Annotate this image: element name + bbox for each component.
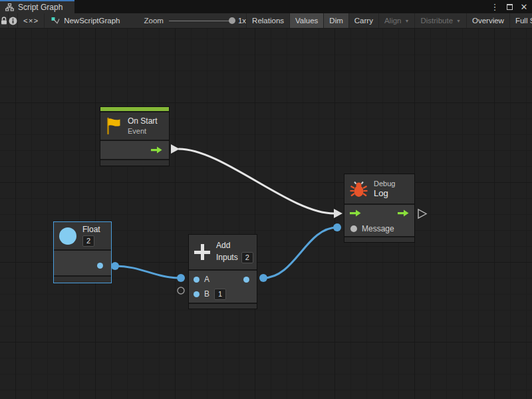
overview-button[interactable]: Overview <box>467 13 510 28</box>
node-title: Float <box>82 225 100 235</box>
flag-icon <box>106 117 122 135</box>
toolbar-toggles: Relations Values Dim Carry Align ▼ Distr… <box>246 13 532 28</box>
float-output-port[interactable] <box>97 263 103 269</box>
event-accent-bar <box>100 107 169 111</box>
menu-icon[interactable]: ⋮ <box>489 1 500 12</box>
bug-icon <box>350 180 368 198</box>
relations-button[interactable]: Relations <box>246 13 290 28</box>
flow-output-port[interactable] <box>398 209 409 217</box>
node-footer <box>344 237 414 242</box>
zoom-slider-thumb[interactable] <box>229 17 235 24</box>
inputs-label: Inputs <box>216 253 238 263</box>
node-on-start[interactable]: On Start Event <box>100 106 170 166</box>
info-icon <box>9 17 17 25</box>
port-label-message: Message <box>362 224 394 233</box>
node-footer <box>189 304 257 309</box>
wire-layer <box>0 29 532 399</box>
values-button[interactable]: Values <box>290 13 324 28</box>
flow-output-port[interactable] <box>151 146 162 154</box>
wire-endpoint <box>111 262 119 270</box>
tab-label: Script Graph <box>18 3 63 12</box>
flow-wire-onstart-to-log[interactable] <box>179 149 334 213</box>
inputs-count-input[interactable]: 2 <box>241 252 253 263</box>
node-footer <box>54 277 111 283</box>
b-value-input[interactable]: 1 <box>214 289 226 300</box>
input-a-port[interactable] <box>194 277 200 283</box>
graph-toolbar: <×> NewScriptGraph Zoom 1x Relations Val… <box>0 13 532 29</box>
port-label-a: A <box>204 275 209 284</box>
node-subtitle: Event <box>128 126 158 136</box>
node-add[interactable]: Add Inputs 2 A B 1 <box>188 234 257 309</box>
align-label: Align <box>384 17 402 25</box>
unconnected-port-ring[interactable] <box>178 287 184 294</box>
node-float[interactable]: Float 2 <box>53 221 112 283</box>
code-preview-button[interactable]: <×> <box>18 13 45 28</box>
node-category: Debug <box>374 179 395 188</box>
graph-name-text: NewScriptGraph <box>64 17 120 25</box>
node-title: Add <box>216 241 253 251</box>
message-input-port[interactable] <box>350 225 357 232</box>
info-button[interactable] <box>9 13 18 28</box>
wire-endpoint <box>177 274 185 282</box>
value-wire-add-to-message[interactable] <box>263 227 337 278</box>
node-title: Log <box>374 188 395 199</box>
zoom-control: Zoom 1x <box>144 13 247 28</box>
dim-button[interactable]: Dim <box>324 13 348 28</box>
input-b-port[interactable] <box>194 291 200 297</box>
graph-asset-icon <box>51 17 60 25</box>
close-icon[interactable]: ✕ <box>519 1 529 12</box>
full-screen-button[interactable]: Full S <box>510 13 532 28</box>
lock-button[interactable] <box>0 13 9 28</box>
flow-wire-end-arrow <box>334 209 342 218</box>
flow-input-port[interactable] <box>350 209 361 217</box>
unconnected-flow-output-triangle[interactable] <box>418 209 426 218</box>
port-label-b: B <box>204 289 209 299</box>
maximize-icon[interactable] <box>504 1 515 12</box>
lock-icon <box>0 17 8 25</box>
window-controls: ⋮ ✕ <box>489 0 529 13</box>
flow-wire-start-arrow <box>171 144 180 154</box>
plus-icon <box>194 244 210 260</box>
distribute-button[interactable]: Distribute ▼ <box>415 13 467 28</box>
node-debug-log[interactable]: Debug Log Message <box>344 174 415 243</box>
tab-bar: Script Graph ⋮ ✕ <box>0 0 532 13</box>
tab-script-graph[interactable]: Script Graph <box>0 0 74 13</box>
zoom-label: Zoom <box>144 17 164 25</box>
chevron-down-icon: ▼ <box>456 19 461 23</box>
sum-output-port[interactable] <box>243 277 249 283</box>
wire-endpoint <box>333 223 341 231</box>
wire-endpoint <box>259 274 267 282</box>
value-wire-float-to-add[interactable] <box>115 266 181 278</box>
graph-name-label[interactable]: NewScriptGraph <box>45 13 126 28</box>
align-button[interactable]: Align ▼ <box>379 13 416 28</box>
distribute-label: Distribute <box>420 17 453 25</box>
chevron-down-icon: ▼ <box>405 19 410 23</box>
carry-button[interactable]: Carry <box>349 13 379 28</box>
script-graph-window: Script Graph ⋮ ✕ <×> NewScriptGraph <box>0 0 532 399</box>
float-value-input[interactable]: 2 <box>82 235 94 247</box>
float-icon <box>59 227 76 245</box>
graph-hierarchy-icon <box>5 3 14 11</box>
node-title: On Start <box>128 116 158 126</box>
graph-canvas[interactable]: On Start Event <box>0 29 532 399</box>
node-footer <box>100 160 169 166</box>
zoom-slider[interactable] <box>169 21 233 21</box>
zoom-value: 1x <box>238 17 246 25</box>
